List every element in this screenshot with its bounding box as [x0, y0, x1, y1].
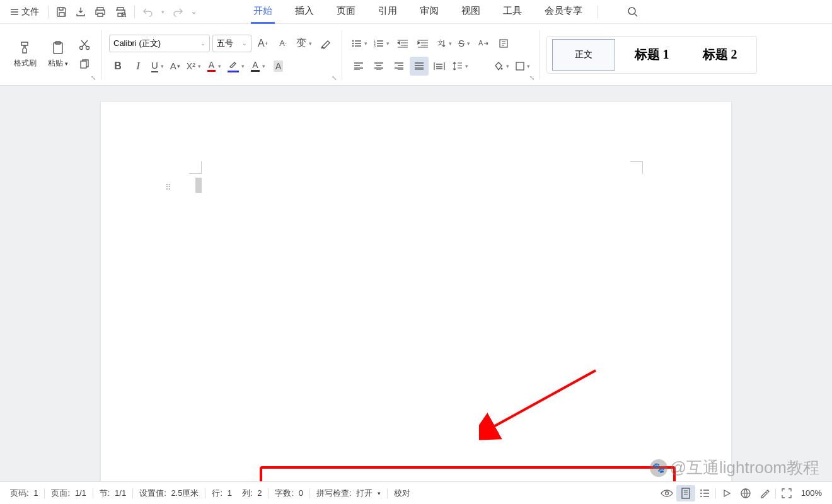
copy-button[interactable] — [75, 55, 94, 74]
status-page[interactable]: 页面: 1/1 — [46, 488, 91, 499]
font-launcher-icon[interactable]: ⤡ — [330, 73, 338, 83]
change-case-button[interactable]: 变▾ — [294, 34, 315, 53]
sort-button[interactable]: S▾ — [456, 34, 473, 53]
svg-text:文: 文 — [437, 39, 444, 46]
decrease-indent-button[interactable] — [393, 34, 412, 53]
paragraph-launcher-icon[interactable]: ⤡ — [528, 73, 536, 83]
separator — [48, 6, 49, 18]
tab-member[interactable]: 会员专享 — [542, 0, 585, 24]
clipboard-launcher-icon[interactable]: ⤡ — [90, 73, 97, 83]
style-normal[interactable]: 正文 — [552, 39, 615, 71]
svg-point-9 — [352, 45, 354, 46]
distributed-button[interactable] — [430, 57, 449, 76]
svg-text:A: A — [478, 39, 483, 47]
style-heading2[interactable]: 标题 2 — [688, 39, 751, 71]
clear-formatting-button[interactable] — [316, 34, 335, 53]
text-cursor — [195, 178, 202, 193]
status-row[interactable]: 行: 1 — [207, 488, 236, 499]
drag-handle-icon[interactable]: ⠿ — [165, 183, 170, 192]
increase-indent-button[interactable] — [413, 34, 432, 53]
svg-point-1 — [628, 8, 635, 14]
separator — [598, 6, 598, 18]
font-color-button[interactable]: A▾ — [205, 57, 224, 76]
svg-point-5 — [86, 46, 90, 49]
ltr-button[interactable]: A — [474, 34, 493, 53]
separator — [101, 30, 101, 79]
font-size-combo[interactable]: 五号⌄ — [212, 35, 251, 52]
strikethrough-button[interactable]: A▾ — [168, 57, 183, 76]
eyedropper-icon[interactable] — [755, 485, 774, 501]
svg-point-19 — [665, 491, 668, 495]
numbering-button[interactable]: 123▾ — [371, 34, 392, 53]
underline-button[interactable]: U▾ — [149, 57, 166, 76]
grow-font-button[interactable]: A+ — [253, 34, 272, 53]
status-col[interactable]: 列: 2 — [237, 488, 267, 499]
document-area[interactable]: ⠿ — [0, 86, 832, 481]
eye-icon[interactable] — [657, 485, 676, 501]
bullets-button[interactable]: ▾ — [349, 34, 370, 53]
svg-text:3: 3 — [374, 44, 376, 48]
shading-button[interactable]: ▾ — [491, 57, 512, 76]
status-section[interactable]: 节: 1/1 — [95, 488, 131, 499]
styles-gallery[interactable]: 正文 标题 1 标题 2 — [546, 36, 757, 74]
bold-button[interactable]: B — [108, 57, 127, 76]
italic-button[interactable]: I — [129, 57, 147, 76]
separator — [540, 30, 540, 79]
tab-insert[interactable]: 插入 — [292, 0, 316, 24]
align-justify-button[interactable] — [410, 57, 429, 76]
zoom-level[interactable]: 100% — [796, 488, 827, 498]
svg-rect-17 — [516, 62, 524, 70]
align-left-button[interactable] — [349, 57, 368, 76]
redo-button[interactable] — [168, 3, 187, 21]
tab-tools[interactable]: 工具 — [500, 0, 524, 24]
qat-customize-dropdown[interactable]: ⌄ — [187, 3, 200, 21]
menu-icon[interactable]: 文件 — [5, 3, 44, 21]
status-setting[interactable]: 设置值: 2.5厘米 — [134, 488, 204, 499]
status-bar: 页码: 1 页面: 1/1 节: 1/1 设置值: 2.5厘米 行: 1 列: … — [0, 481, 832, 504]
highlight-button[interactable]: ▾ — [225, 57, 247, 76]
text-direction-button[interactable]: 文▾ — [434, 34, 454, 53]
paste-icon — [50, 40, 66, 55]
web-layout-icon[interactable] — [736, 485, 755, 501]
margin-corner-icon — [630, 161, 643, 174]
play-icon[interactable] — [717, 485, 736, 501]
font-name-combo[interactable]: Calibri (正文)⌄ — [109, 35, 210, 52]
shrink-font-button[interactable]: A- — [274, 34, 292, 53]
margin-corner-icon — [189, 161, 202, 174]
page-view-icon[interactable] — [676, 485, 695, 501]
undo-button[interactable] — [139, 3, 158, 21]
format-painter-button[interactable]: 格式刷 — [9, 31, 42, 79]
save-icon[interactable] — [52, 3, 71, 21]
fit-page-icon[interactable] — [777, 485, 796, 501]
cut-button[interactable] — [75, 35, 94, 54]
svg-rect-6 — [81, 61, 86, 68]
print-icon[interactable] — [90, 3, 110, 21]
style-heading1[interactable]: 标题 1 — [620, 39, 683, 71]
tab-reference[interactable]: 引用 — [376, 0, 400, 24]
status-proofread[interactable]: 校对 — [389, 488, 415, 499]
export-icon[interactable] — [71, 3, 90, 21]
status-page-number[interactable]: 页码: 1 — [5, 488, 43, 499]
line-spacing-button[interactable]: ▾ — [450, 57, 471, 76]
document-page[interactable]: ⠿ — [101, 102, 731, 481]
svg-point-7 — [352, 40, 354, 41]
tab-page[interactable]: 页面 — [334, 0, 358, 24]
paste-button[interactable]: 粘贴 ▾ — [42, 31, 74, 79]
undo-dropdown[interactable]: ▾ — [158, 3, 168, 21]
status-word-count[interactable]: 字数: 0 — [270, 488, 308, 499]
superscript-button[interactable]: X²▾ — [184, 57, 204, 76]
search-icon[interactable] — [621, 3, 645, 21]
tab-review[interactable]: 审阅 — [417, 0, 441, 24]
status-spellcheck[interactable]: 拼写检查: 打开 ▾ — [311, 488, 386, 499]
print-preview-icon[interactable] — [110, 3, 130, 21]
align-center-button[interactable] — [369, 57, 388, 76]
outline-view-icon[interactable] — [695, 485, 714, 501]
align-right-button[interactable] — [390, 57, 408, 76]
tab-start[interactable]: 开始 — [251, 0, 275, 24]
tab-view[interactable]: 视图 — [459, 0, 483, 24]
svg-point-8 — [352, 42, 354, 43]
svg-point-16 — [501, 67, 503, 69]
text-effects-button[interactable]: A▾ — [248, 57, 267, 76]
character-shading-button[interactable]: A — [269, 57, 288, 76]
show-marks-button[interactable] — [494, 34, 513, 53]
